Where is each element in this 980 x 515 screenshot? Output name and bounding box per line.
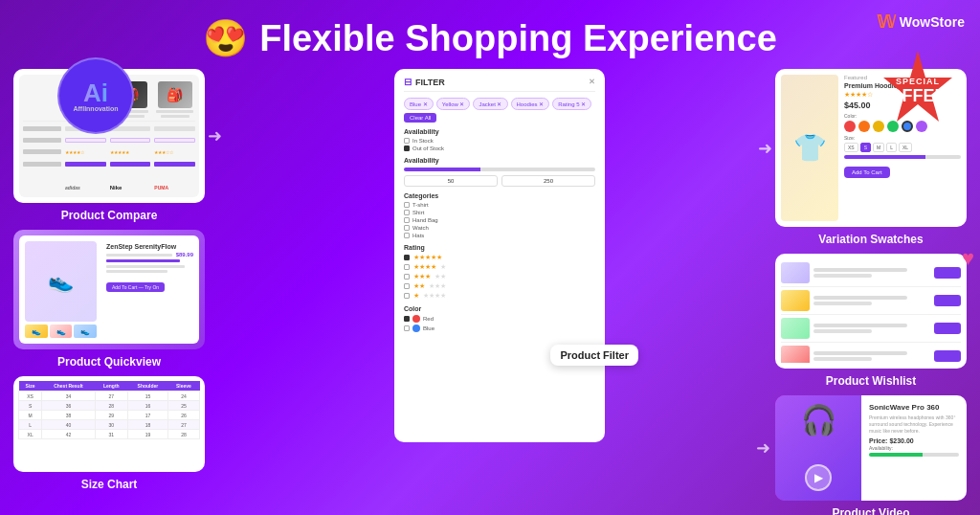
cat-handbag[interactable]: Hand Bag [404,217,595,223]
wishlist-item-1 [781,259,961,287]
wishlist-card [775,254,967,369]
range-inputs: 50 250 [404,175,595,187]
video-card: 🎧 ▶ SonicWave Pro 360 Premium wireless h… [775,395,967,501]
in-stock-checkbox[interactable] [404,138,410,144]
red-dot [412,315,420,323]
wishlist-section: ♥ [775,254,967,369]
size-xs[interactable]: XS [844,143,858,152]
filter-container: ⊟ FILTER ✕ Blue ✕ Yellow ✕ Jacket ✕ Hood… [394,69,586,442]
wishlist-btn-2[interactable] [934,295,961,306]
quickview-label: Product Quickview [13,355,205,369]
size-chart-label: Size Chart [13,478,205,491]
stock-bar [869,453,959,457]
categories-section: Categories T-shirt Shirt Hand Bag Watch … [404,192,595,238]
product-compare-label: Product Compare [13,209,205,222]
wishlist-img-2 [781,290,810,311]
cat-shirt[interactable]: Shirt [404,210,595,215]
emoji-icon: 😍 [203,17,248,59]
price-range-section: Availability 50 250 [404,157,595,187]
color-blue[interactable]: Blue [404,325,595,332]
size-chart-section: SizeChest ResultLengthShoulderSleeve XS3… [13,376,205,472]
filter-tags: Blue ✕ Yellow ✕ Jacket ✕ Hoodies ✕ Ratin… [404,98,595,123]
rating-5[interactable]: ★★★★★ [404,254,595,261]
size-l[interactable]: L [886,143,897,152]
header: 𝕎 WowStore 😍 Flexible Shopping Experienc… [0,0,980,69]
tag-jacket[interactable]: Jacket ✕ [473,98,507,110]
variation-arrow: ➜ [758,138,772,159]
rating-3[interactable]: ★★★★★ [404,273,595,280]
color-red[interactable]: Red [404,315,595,323]
size-xl[interactable]: XL [899,143,912,152]
filter-title: ⊟ FILTER ✕ [404,77,595,92]
wishlist-img-3 [781,318,810,339]
wishlist-item-2 [781,287,961,315]
video-label: Product Video [775,506,967,515]
quantity-bar [844,155,961,159]
filter-icon: ⊟ [404,77,412,87]
heart-icon: ♥ [962,246,974,271]
right-panel: 👕 Featured Premium Hoodie ★★★★☆ $45.00 C… [775,69,967,512]
size-table: SizeChest ResultLengthShoulderSleeve XS3… [18,381,200,439]
tag-blue[interactable]: Blue ✕ [404,98,434,110]
variation-product-image: 👕 [781,75,838,221]
add-to-cart-button[interactable]: Add To Cart [844,167,890,178]
wishlist-btn-4[interactable] [934,350,961,362]
tag-rating[interactable]: Rating 5 ✕ [552,98,591,110]
wishlist-label: Product Wishlist [775,374,967,388]
availability-section: Availability In Stock Out of Stock [404,128,595,151]
wishlist-btn-3[interactable] [934,323,961,334]
blue-dot [412,325,420,332]
in-stock-option[interactable]: In Stock [404,138,595,144]
headphone-emoji: 🎧 [801,403,836,437]
quickview-card: 👟 👟 👟 👟 ZenStep SerenityFlow $89.99 [13,230,205,349]
ai-badge: Ai AfflInnovation [57,57,134,134]
video-details: SonicWave Pro 360 Premium wireless headp… [861,395,967,501]
tag-hoodies[interactable]: Hoodies ✕ [511,98,550,110]
swatch-red[interactable] [844,121,856,132]
size-swatches: XS S M L XL [844,143,961,152]
size-s[interactable]: S [860,143,871,152]
rating-1[interactable]: ★★★★★ [404,292,595,300]
price-range-slider[interactable] [404,168,595,171]
video-section: ➜ 🎧 ▶ SonicWave Pro 360 Premium wireless… [775,395,967,501]
video-thumbnail: 🎧 ▶ [775,395,861,501]
main-title: 😍 Flexible Shopping Experience [203,17,777,59]
size-chart-card: SizeChest ResultLengthShoulderSleeve XS3… [13,376,205,472]
max-price[interactable]: 250 [501,175,595,187]
color-section: Color Red Blue [404,305,595,332]
wishlist-item-3 [781,315,961,343]
left-panel: 🎒 🎒 🎒 [13,69,205,512]
tag-yellow[interactable]: Yellow ✕ [436,98,471,110]
wishlist-item-4 [781,343,961,363]
out-of-stock-option[interactable]: Out of Stock [404,146,595,151]
quickview-section: 👟 👟 👟 👟 ZenStep SerenityFlow $89.99 [13,230,205,349]
cat-tshirt[interactable]: T-shirt [404,202,595,208]
rating-section: Rating ★★★★★ ★★★★★ ★★★★★ [404,244,595,300]
cat-watch[interactable]: Watch [404,225,595,231]
clear-all-button[interactable]: Clear All [404,113,436,123]
variation-swatches-label: Variation Swatches [775,233,967,246]
product-filter-label: Product Filter [550,345,638,366]
min-price[interactable]: 50 [404,175,498,187]
filter-close[interactable]: ✕ [589,78,595,86]
wishlist-img-4 [781,346,810,363]
center-panel: ⊟ FILTER ✕ Blue ✕ Yellow ✕ Jacket ✕ Hood… [212,69,768,442]
cat-hats[interactable]: Hats [404,233,595,238]
rating-4[interactable]: ★★★★★ [404,263,595,271]
special-offer-badge: SPECIAL OFFER [875,48,961,134]
size-m[interactable]: M [873,143,884,152]
swatch-orange[interactable] [858,121,870,132]
out-of-stock-checkbox[interactable] [404,146,410,151]
rating-2[interactable]: ★★★★★ [404,282,595,290]
play-button[interactable]: ▶ [805,464,832,491]
wishlist-img-1 [781,262,810,283]
wishlist-btn-1[interactable] [934,267,961,279]
video-arrow: ➜ [756,437,770,459]
filter-card: ⊟ FILTER ✕ Blue ✕ Yellow ✕ Jacket ✕ Hood… [394,69,605,442]
page-header: 😍 Flexible Shopping Experience [0,0,980,69]
